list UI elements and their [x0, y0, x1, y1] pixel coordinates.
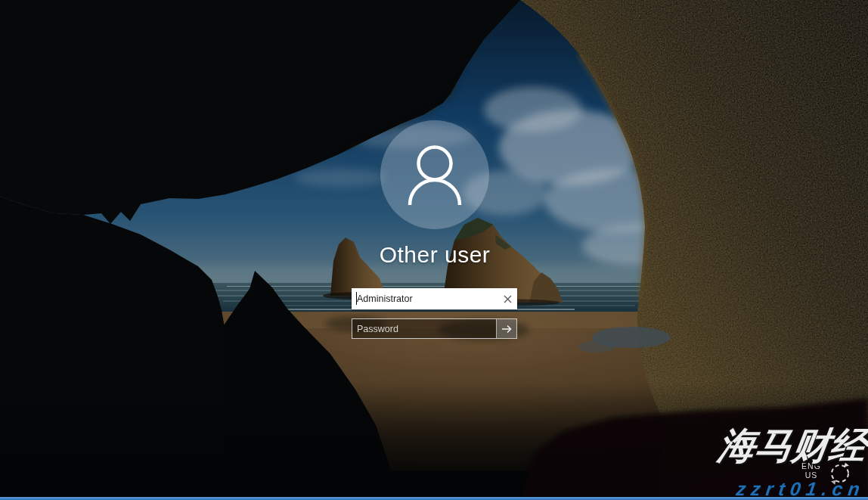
password-field[interactable] [352, 318, 517, 339]
windows-login-screen: Other user ENG US 海马财经 zzrt01.cn [0, 0, 868, 500]
submit-button[interactable] [496, 319, 516, 338]
username-input[interactable] [357, 293, 498, 304]
text-caret [356, 292, 357, 305]
page-title: Other user [284, 242, 586, 268]
avatar [380, 120, 489, 229]
person-icon [380, 120, 489, 229]
clear-button[interactable] [498, 289, 517, 309]
clear-x-icon [504, 295, 512, 303]
watermark-brand: 海马财经 [715, 426, 868, 467]
submit-arrow-icon [501, 323, 513, 335]
password-input[interactable] [357, 319, 496, 338]
bottom-accent-bar [0, 497, 868, 500]
username-field[interactable] [352, 288, 517, 309]
